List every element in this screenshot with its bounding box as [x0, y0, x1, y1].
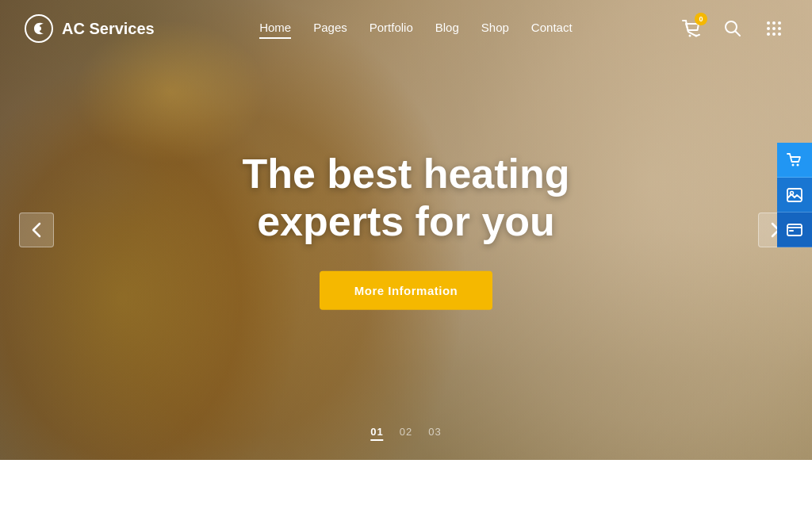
site-logo[interactable]: AC Services — [24, 13, 155, 44]
nav-item-blog[interactable]: Blog — [435, 21, 459, 37]
hero-title: The best heating experts for you — [168, 151, 644, 246]
hero-dot-3[interactable]: 03 — [428, 426, 441, 438]
svg-point-5 — [767, 21, 770, 25]
side-gallery-icon — [787, 188, 802, 202]
main-nav: Home Pages Portfolio Blog Shop Contact — [259, 21, 572, 37]
logo-text: AC Services — [62, 20, 155, 38]
hero-dot-1[interactable]: 01 — [370, 426, 383, 438]
grid-menu-button[interactable] — [760, 14, 788, 43]
chevron-left-icon — [32, 222, 41, 238]
svg-rect-16 — [787, 189, 802, 201]
svg-point-9 — [772, 27, 776, 30]
svg-point-15 — [797, 163, 799, 166]
svg-point-12 — [772, 33, 776, 36]
svg-point-8 — [767, 27, 770, 30]
nav-item-contact[interactable]: Contact — [531, 21, 573, 37]
side-gallery-button[interactable] — [777, 178, 812, 213]
cart-button[interactable]: 0 — [677, 14, 706, 43]
side-cart-button[interactable] — [777, 143, 812, 178]
side-card-icon — [787, 224, 802, 236]
side-panel — [777, 143, 812, 247]
svg-point-10 — [778, 27, 781, 30]
grid-icon — [765, 20, 783, 37]
svg-rect-18 — [787, 224, 802, 236]
hero-pagination: 01 02 03 — [370, 426, 441, 438]
svg-point-3 — [695, 35, 698, 37]
svg-point-13 — [778, 33, 781, 36]
side-card-button[interactable] — [777, 213, 812, 247]
nav-item-portfolio[interactable]: Portfolio — [370, 21, 413, 37]
svg-point-11 — [767, 33, 770, 36]
hero-content: The best heating experts for you More In… — [168, 151, 644, 310]
hero-prev-button[interactable] — [19, 213, 54, 247]
hero-section: The best heating experts for you More In… — [0, 0, 812, 460]
svg-point-7 — [778, 21, 781, 25]
search-icon — [724, 20, 741, 37]
svg-rect-19 — [789, 230, 794, 232]
nav-item-shop[interactable]: Shop — [481, 21, 509, 37]
nav-item-home[interactable]: Home — [259, 21, 291, 37]
header-actions: 0 — [677, 14, 788, 43]
site-header: AC Services Home Pages Portfolio Blog Sh… — [0, 0, 812, 57]
svg-point-1 — [36, 26, 41, 31]
svg-point-6 — [772, 21, 776, 25]
hero-cta-button[interactable]: More Information — [320, 270, 493, 309]
cart-badge: 0 — [695, 13, 707, 25]
search-button[interactable] — [718, 14, 747, 43]
nav-item-pages[interactable]: Pages — [313, 21, 347, 37]
bottom-bar — [0, 460, 812, 517]
side-cart-icon — [787, 153, 802, 167]
svg-point-14 — [792, 163, 795, 166]
svg-point-2 — [689, 35, 691, 37]
logo-icon — [24, 13, 54, 44]
hero-dot-2[interactable]: 02 — [400, 426, 412, 438]
